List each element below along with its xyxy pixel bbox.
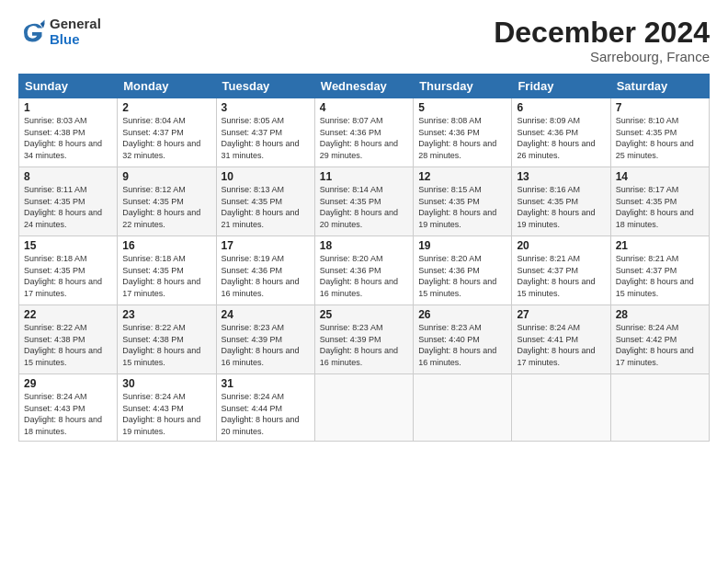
table-row: 24 Sunrise: 8:23 AMSunset: 4:39 PMDaylig… bbox=[216, 305, 314, 374]
col-wednesday: Wednesday bbox=[314, 75, 413, 98]
calendar-header-row: Sunday Monday Tuesday Wednesday Thursday… bbox=[19, 75, 710, 98]
day-number: 27 bbox=[517, 308, 605, 321]
table-row: 21 Sunrise: 8:21 AMSunset: 4:37 PMDaylig… bbox=[610, 236, 709, 305]
page: General Blue December 2024 Sarrebourg, F… bbox=[0, 0, 728, 563]
day-info: Sunrise: 8:18 AMSunset: 4:35 PMDaylight:… bbox=[24, 254, 102, 298]
table-row: 17 Sunrise: 8:19 AMSunset: 4:36 PMDaylig… bbox=[216, 236, 314, 305]
day-number: 18 bbox=[320, 239, 408, 252]
table-row: 5 Sunrise: 8:08 AMSunset: 4:36 PMDayligh… bbox=[414, 98, 512, 167]
day-number: 22 bbox=[24, 308, 112, 321]
col-saturday: Saturday bbox=[610, 75, 709, 98]
day-info: Sunrise: 8:04 AMSunset: 4:37 PMDaylight:… bbox=[122, 116, 200, 160]
day-number: 9 bbox=[122, 170, 210, 183]
day-info: Sunrise: 8:24 AMSunset: 4:44 PMDaylight:… bbox=[222, 392, 300, 436]
table-row: 9 Sunrise: 8:12 AMSunset: 4:35 PMDayligh… bbox=[118, 167, 216, 236]
col-sunday: Sunday bbox=[19, 75, 118, 98]
day-number: 24 bbox=[222, 308, 310, 321]
day-number: 21 bbox=[616, 239, 704, 252]
day-info: Sunrise: 8:09 AMSunset: 4:36 PMDaylight:… bbox=[517, 116, 595, 160]
table-row: 3 Sunrise: 8:05 AMSunset: 4:37 PMDayligh… bbox=[216, 98, 314, 167]
col-monday: Monday bbox=[118, 75, 216, 98]
day-info: Sunrise: 8:20 AMSunset: 4:36 PMDaylight:… bbox=[418, 254, 496, 298]
day-info: Sunrise: 8:22 AMSunset: 4:38 PMDaylight:… bbox=[24, 323, 102, 367]
day-number: 11 bbox=[320, 170, 408, 183]
day-info: Sunrise: 8:05 AMSunset: 4:37 PMDaylight:… bbox=[222, 116, 300, 160]
day-info: Sunrise: 8:08 AMSunset: 4:36 PMDaylight:… bbox=[418, 116, 496, 160]
col-tuesday: Tuesday bbox=[216, 75, 314, 98]
day-info: Sunrise: 8:13 AMSunset: 4:35 PMDaylight:… bbox=[222, 185, 300, 229]
day-number: 25 bbox=[320, 308, 408, 321]
day-info: Sunrise: 8:14 AMSunset: 4:35 PMDaylight:… bbox=[320, 185, 398, 229]
day-info: Sunrise: 8:12 AMSunset: 4:35 PMDaylight:… bbox=[122, 185, 200, 229]
day-info: Sunrise: 8:24 AMSunset: 4:43 PMDaylight:… bbox=[24, 392, 102, 436]
table-row: 16 Sunrise: 8:18 AMSunset: 4:35 PMDaylig… bbox=[118, 236, 216, 305]
day-info: Sunrise: 8:24 AMSunset: 4:41 PMDaylight:… bbox=[517, 323, 595, 367]
table-row: 28 Sunrise: 8:24 AMSunset: 4:42 PMDaylig… bbox=[610, 305, 709, 374]
day-info: Sunrise: 8:03 AMSunset: 4:38 PMDaylight:… bbox=[24, 116, 102, 160]
table-row: 12 Sunrise: 8:15 AMSunset: 4:35 PMDaylig… bbox=[414, 167, 512, 236]
location: Sarrebourg, France bbox=[494, 49, 710, 64]
day-info: Sunrise: 8:16 AMSunset: 4:35 PMDaylight:… bbox=[517, 185, 595, 229]
day-number: 29 bbox=[24, 377, 112, 390]
day-info: Sunrise: 8:21 AMSunset: 4:37 PMDaylight:… bbox=[616, 254, 694, 298]
table-row bbox=[610, 374, 709, 441]
day-number: 17 bbox=[222, 239, 310, 252]
table-row: 6 Sunrise: 8:09 AMSunset: 4:36 PMDayligh… bbox=[512, 98, 610, 167]
day-number: 23 bbox=[122, 308, 210, 321]
table-row: 30 Sunrise: 8:24 AMSunset: 4:43 PMDaylig… bbox=[118, 374, 216, 441]
day-number: 28 bbox=[616, 308, 704, 321]
day-info: Sunrise: 8:22 AMSunset: 4:38 PMDaylight:… bbox=[122, 323, 200, 367]
table-row: 13 Sunrise: 8:16 AMSunset: 4:35 PMDaylig… bbox=[512, 167, 610, 236]
day-info: Sunrise: 8:20 AMSunset: 4:36 PMDaylight:… bbox=[320, 254, 398, 298]
table-row: 10 Sunrise: 8:13 AMSunset: 4:35 PMDaylig… bbox=[216, 167, 314, 236]
day-number: 14 bbox=[616, 170, 704, 183]
table-row: 14 Sunrise: 8:17 AMSunset: 4:35 PMDaylig… bbox=[610, 167, 709, 236]
day-number: 30 bbox=[122, 377, 210, 390]
day-info: Sunrise: 8:17 AMSunset: 4:35 PMDaylight:… bbox=[616, 185, 694, 229]
day-number: 7 bbox=[616, 101, 704, 114]
table-row: 27 Sunrise: 8:24 AMSunset: 4:41 PMDaylig… bbox=[512, 305, 610, 374]
day-number: 31 bbox=[222, 377, 310, 390]
logo-blue-text: Blue bbox=[50, 32, 101, 48]
day-number: 26 bbox=[418, 308, 506, 321]
day-number: 6 bbox=[517, 101, 605, 114]
title-area: December 2024 Sarrebourg, France bbox=[494, 17, 710, 64]
table-row: 31 Sunrise: 8:24 AMSunset: 4:44 PMDaylig… bbox=[216, 374, 314, 441]
day-number: 2 bbox=[122, 101, 210, 114]
table-row: 25 Sunrise: 8:23 AMSunset: 4:39 PMDaylig… bbox=[314, 305, 413, 374]
table-row: 18 Sunrise: 8:20 AMSunset: 4:36 PMDaylig… bbox=[314, 236, 413, 305]
header: General Blue December 2024 Sarrebourg, F… bbox=[18, 17, 710, 64]
table-row: 1 Sunrise: 8:03 AMSunset: 4:38 PMDayligh… bbox=[19, 98, 118, 167]
logo-text: General Blue bbox=[50, 17, 101, 47]
day-number: 16 bbox=[122, 239, 210, 252]
table-row: 8 Sunrise: 8:11 AMSunset: 4:35 PMDayligh… bbox=[19, 167, 118, 236]
col-friday: Friday bbox=[512, 75, 610, 98]
table-row: 2 Sunrise: 8:04 AMSunset: 4:37 PMDayligh… bbox=[118, 98, 216, 167]
day-info: Sunrise: 8:24 AMSunset: 4:42 PMDaylight:… bbox=[616, 323, 694, 367]
day-info: Sunrise: 8:23 AMSunset: 4:39 PMDaylight:… bbox=[320, 323, 398, 367]
table-row: 26 Sunrise: 8:23 AMSunset: 4:40 PMDaylig… bbox=[414, 305, 512, 374]
day-number: 8 bbox=[24, 170, 112, 183]
day-info: Sunrise: 8:23 AMSunset: 4:40 PMDaylight:… bbox=[418, 323, 496, 367]
col-thursday: Thursday bbox=[414, 75, 512, 98]
table-row: 11 Sunrise: 8:14 AMSunset: 4:35 PMDaylig… bbox=[314, 167, 413, 236]
table-row: 19 Sunrise: 8:20 AMSunset: 4:36 PMDaylig… bbox=[414, 236, 512, 305]
table-row bbox=[414, 374, 512, 441]
day-number: 19 bbox=[418, 239, 506, 252]
day-info: Sunrise: 8:24 AMSunset: 4:43 PMDaylight:… bbox=[122, 392, 200, 436]
day-info: Sunrise: 8:21 AMSunset: 4:37 PMDaylight:… bbox=[517, 254, 595, 298]
day-number: 12 bbox=[418, 170, 506, 183]
day-number: 20 bbox=[517, 239, 605, 252]
day-number: 13 bbox=[517, 170, 605, 183]
day-number: 4 bbox=[320, 101, 408, 114]
table-row: 23 Sunrise: 8:22 AMSunset: 4:38 PMDaylig… bbox=[118, 305, 216, 374]
day-info: Sunrise: 8:19 AMSunset: 4:36 PMDaylight:… bbox=[222, 254, 300, 298]
day-number: 5 bbox=[418, 101, 506, 114]
day-info: Sunrise: 8:11 AMSunset: 4:35 PMDaylight:… bbox=[24, 185, 102, 229]
logo-general-text: General bbox=[50, 17, 101, 32]
logo: General Blue bbox=[18, 17, 101, 47]
day-info: Sunrise: 8:23 AMSunset: 4:39 PMDaylight:… bbox=[222, 323, 300, 367]
table-row: 15 Sunrise: 8:18 AMSunset: 4:35 PMDaylig… bbox=[19, 236, 118, 305]
day-info: Sunrise: 8:15 AMSunset: 4:35 PMDaylight:… bbox=[418, 185, 496, 229]
day-info: Sunrise: 8:18 AMSunset: 4:35 PMDaylight:… bbox=[122, 254, 200, 298]
